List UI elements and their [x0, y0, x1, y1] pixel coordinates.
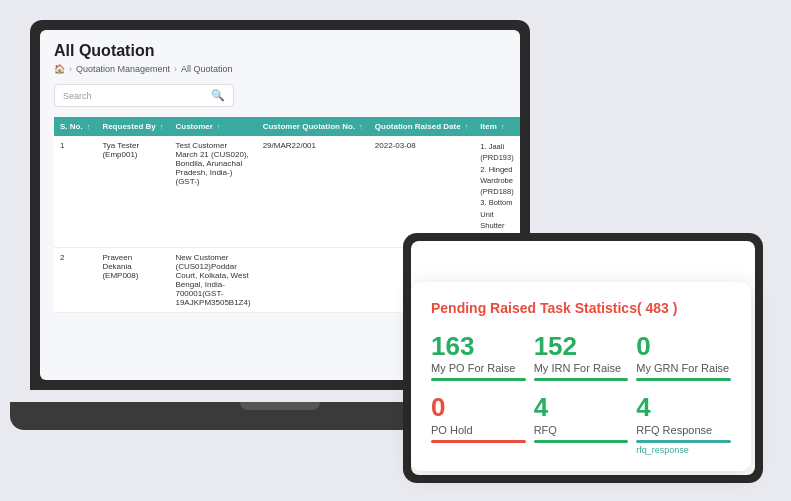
cell-quotation-no-1: 29/MAR22/001	[257, 136, 369, 248]
stats-total: 483	[642, 300, 673, 316]
stats-title: Pending Raised Task Statistics( 483 )	[431, 300, 731, 316]
stat-bar-po-raise	[431, 378, 526, 381]
stat-rfq[interactable]: 4 RFQ	[534, 393, 629, 455]
stat-po-hold[interactable]: 0 PO Hold	[431, 393, 526, 455]
search-icon[interactable]: 🔍	[211, 89, 225, 102]
item-1: 1. Jaali (PRD193)	[480, 141, 513, 164]
stats-title-suffix: )	[673, 300, 678, 316]
stats-title-prefix: Pending Raised Task Statistics(	[431, 300, 642, 316]
cell-quotation-no-2	[257, 248, 369, 313]
items-list-1: 1. Jaali (PRD193) 2. Hinged Wardrobe (PR…	[480, 141, 513, 242]
col-item[interactable]: Item ↑	[474, 117, 519, 136]
stat-label-rfq-response: RFQ Response	[636, 424, 731, 436]
stat-bar-rfq	[534, 440, 629, 443]
stat-grn-raise[interactable]: 0 My GRN For Raise	[636, 332, 731, 382]
stat-label-po-raise: My PO For Raise	[431, 362, 526, 374]
stat-label-rfq: RFQ	[534, 424, 629, 436]
cell-sno-2: 2	[54, 248, 96, 313]
search-bar[interactable]: Search 🔍	[54, 84, 234, 107]
stat-number-grn-raise: 0	[636, 332, 731, 361]
stat-label-po-hold: PO Hold	[431, 424, 526, 436]
cell-customer-2: New Customer (CUS012)Poddar Court, Kolka…	[169, 248, 256, 313]
stats-grid: 163 My PO For Raise 152 My IRN For Raise…	[431, 332, 731, 455]
item-2: 2. Hinged Wardrobe (PRD188)	[480, 164, 513, 198]
stats-card: Pending Raised Task Statistics( 483 ) 16…	[411, 282, 751, 471]
search-placeholder: Search	[63, 91, 211, 101]
table-header-row: S. No. ↑ Requested By ↑ Customer ↑ Custo…	[54, 117, 520, 136]
stat-bar-grn-raise	[636, 378, 731, 381]
stat-irn-raise[interactable]: 152 My IRN For Raise	[534, 332, 629, 382]
stat-bar-rfq-response	[636, 440, 731, 443]
stat-number-po-hold: 0	[431, 393, 526, 422]
col-date[interactable]: Quotation Raised Date ↑	[369, 117, 475, 136]
col-quotation-no[interactable]: Customer Quotation No. ↑	[257, 117, 369, 136]
stat-bar-po-hold	[431, 440, 526, 443]
breadcrumb-sep-1: ›	[69, 64, 72, 74]
col-sno[interactable]: S. No. ↑	[54, 117, 96, 136]
breadcrumb-quotation-management[interactable]: Quotation Management	[76, 64, 170, 74]
rfq-response-sublabel: rfq_response	[636, 445, 731, 455]
stat-number-rfq: 4	[534, 393, 629, 422]
stat-label-grn-raise: My GRN For Raise	[636, 362, 731, 374]
home-icon: 🏠	[54, 64, 65, 74]
cell-items-1: 1. Jaali (PRD193) 2. Hinged Wardrobe (PR…	[474, 136, 519, 248]
stat-rfq-response[interactable]: 4 RFQ Response rfq_response	[636, 393, 731, 455]
stat-bar-irn-raise	[534, 378, 629, 381]
stat-po-raise[interactable]: 163 My PO For Raise	[431, 332, 526, 382]
stat-number-po-raise: 163	[431, 332, 526, 361]
stat-number-rfq-response: 4	[636, 393, 731, 422]
breadcrumb-all-quotation: All Quotation	[181, 64, 233, 74]
stat-label-irn-raise: My IRN For Raise	[534, 362, 629, 374]
stat-number-irn-raise: 152	[534, 332, 629, 361]
cell-requested-by-1: Tya Tester (Emp001)	[96, 136, 169, 248]
col-requested-by[interactable]: Requested By ↑	[96, 117, 169, 136]
table-row: 1 Tya Tester (Emp001) Test Customer Marc…	[54, 136, 520, 248]
breadcrumb: 🏠 › Quotation Management › All Quotation	[54, 64, 506, 74]
cell-requested-by-2: Praveen Dekania (EMP008)	[96, 248, 169, 313]
col-customer[interactable]: Customer ↑	[169, 117, 256, 136]
cell-customer-1: Test Customer March 21 (CUS020), Bondila…	[169, 136, 256, 248]
cell-sno-1: 1	[54, 136, 96, 248]
breadcrumb-sep-2: ›	[174, 64, 177, 74]
page-title: All Quotation	[54, 42, 506, 60]
cell-date-1: 2022-03-08	[369, 136, 475, 248]
